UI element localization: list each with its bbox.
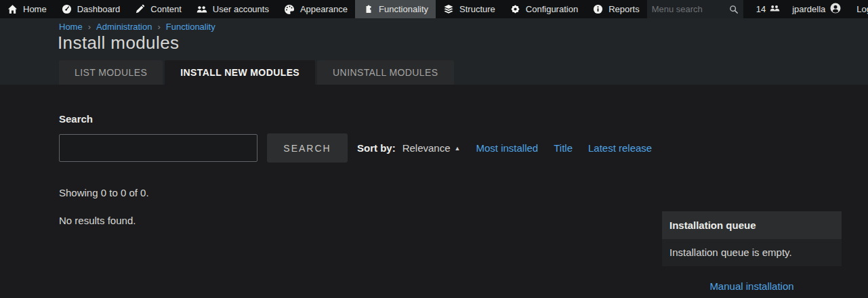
toolbar-item-label: Appearance (300, 4, 348, 14)
layers-icon (443, 4, 454, 14)
palette-icon (284, 4, 295, 15)
installation-queue-empty-message: Installation queue is empty. (662, 239, 842, 266)
toolbar-item-label: User accounts (213, 4, 269, 14)
gauge-icon (62, 4, 72, 14)
toolbar-item-functionality[interactable]: Functionality (355, 0, 436, 18)
manual-installation-link-wrap: Manual installation (662, 280, 842, 293)
tab-install-new-modules[interactable]: INSTALL NEW MODULES (165, 60, 315, 85)
sort-controls: Sort by: Relevance ▲ Most installed Titl… (357, 142, 652, 154)
sort-ascending-icon: ▲ (455, 145, 461, 152)
module-search-input[interactable] (59, 134, 257, 162)
installation-queue-panel: Installation queue Installation queue is… (662, 211, 842, 293)
username: jpardella (792, 4, 825, 14)
toolbar-item-user-accounts[interactable]: User accounts (189, 0, 276, 18)
breadcrumb-link-functionality[interactable]: Functionality (166, 22, 215, 32)
people-icon (770, 3, 780, 15)
breadcrumb-separator: › (88, 22, 91, 32)
search-row: SEARCH Sort by: Relevance ▲ Most install… (59, 133, 652, 163)
account-menu[interactable]: jpardella (786, 3, 847, 16)
sort-link-most-installed[interactable]: Most installed (476, 142, 538, 154)
sort-link-latest-release[interactable]: Latest release (588, 142, 652, 154)
toolbar-item-structure[interactable]: Structure (436, 0, 503, 18)
sort-by-label: Sort by: (357, 142, 396, 154)
log-out-label: Log (856, 4, 868, 14)
gear-icon (510, 4, 520, 14)
puzzle-icon (363, 4, 373, 15)
toolbar-right-cluster: 14 jpardella Log (647, 0, 868, 18)
page-header: Home › Administration › Functionality In… (0, 18, 868, 85)
online-users-indicator[interactable]: 14 (750, 3, 786, 15)
toolbar-item-label: Structure (459, 4, 495, 14)
sort-current-label: Relevance (402, 142, 451, 154)
toolbar-item-home[interactable]: Home (0, 0, 54, 18)
log-out-link[interactable]: Log (847, 4, 868, 14)
manual-installation-link[interactable]: Manual installation (709, 280, 793, 292)
admin-toolbar: Home Dashboard Content User accounts App… (0, 0, 868, 18)
search-icon[interactable] (729, 5, 739, 14)
menu-search-box (647, 0, 743, 18)
online-users-count: 14 (756, 4, 766, 14)
toolbar-item-label: Functionality (379, 4, 428, 14)
no-results-message: No results found. (59, 215, 136, 226)
toolbar-item-label: Reports (608, 4, 640, 14)
toolbar-item-content[interactable]: Content (127, 0, 189, 18)
toolbar-item-dashboard[interactable]: Dashboard (54, 0, 128, 18)
search-field-label: Search (59, 113, 93, 125)
toolbar-item-label: Content (150, 4, 182, 14)
pencil-icon (135, 4, 145, 14)
tab-list-modules[interactable]: LIST MODULES (59, 60, 163, 85)
installation-queue-title: Installation queue (662, 211, 842, 239)
breadcrumb-separator: › (157, 22, 160, 32)
menu-search-input[interactable] (652, 4, 729, 14)
toolbar-item-reports[interactable]: Reports (585, 0, 647, 18)
breadcrumb: Home › Administration › Functionality (59, 22, 215, 32)
sort-current-relevance[interactable]: Relevance ▲ (402, 142, 461, 154)
toolbar-item-label: Dashboard (77, 4, 121, 14)
toolbar-item-label: Configuration (526, 4, 578, 14)
tab-uninstall-modules[interactable]: UNINSTALL MODULES (317, 60, 453, 85)
main-content: Search SEARCH Sort by: Relevance ▲ Most … (0, 85, 868, 298)
breadcrumb-link-home[interactable]: Home (59, 22, 83, 32)
toolbar-item-label: Home (23, 4, 47, 14)
results-pager-text: Showing 0 to 0 of 0. (59, 187, 149, 198)
search-button[interactable]: SEARCH (267, 133, 348, 163)
primary-tabs: LIST MODULES INSTALL NEW MODULES UNINSTA… (59, 60, 456, 85)
toolbar-item-appearance[interactable]: Appearance (276, 0, 355, 18)
sort-link-title[interactable]: Title (554, 142, 573, 154)
users-icon (197, 4, 207, 14)
page-title: Install modules (58, 33, 179, 54)
toolbar-item-configuration[interactable]: Configuration (503, 0, 585, 18)
user-avatar-icon (830, 3, 841, 16)
home-icon (7, 4, 18, 14)
breadcrumb-link-administration[interactable]: Administration (96, 22, 152, 32)
info-icon (593, 4, 603, 14)
